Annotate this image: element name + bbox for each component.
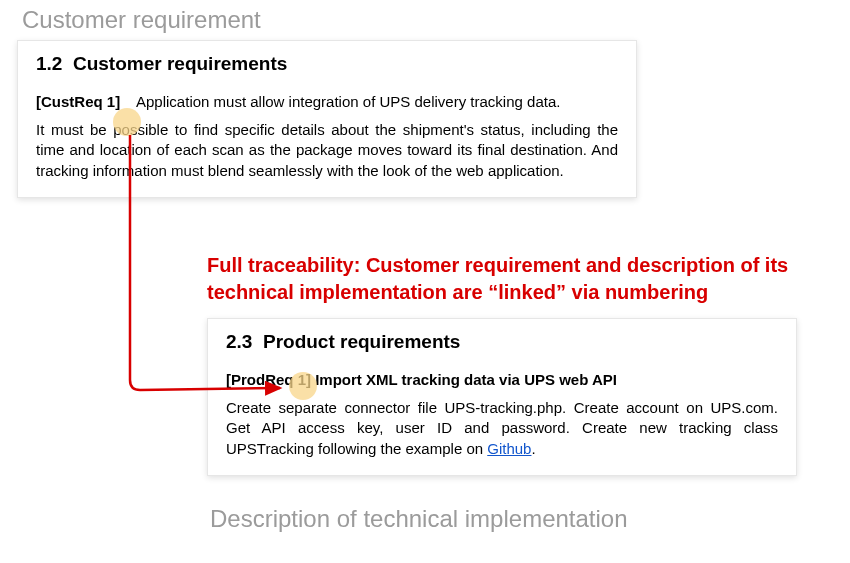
product-req-heading: 2.3 Product requirements [226,331,778,353]
customer-req-text: Application must allow integration of UP… [136,93,560,110]
caption-technical-implementation: Description of technical implementation [210,505,628,533]
product-req-title: Import XML tracking data via UPS web API [315,371,617,388]
caption-customer-requirement: Customer requirement [22,6,261,34]
traceability-callout: Full traceability: Customer requirement … [207,252,827,306]
product-requirement-card: 2.3 Product requirements [ProdReq 1] Imp… [207,318,797,476]
product-req-body-after: . [531,440,535,457]
customer-req-line: [CustReq 1] Application must allow integ… [36,93,618,110]
product-req-line: [ProdReq 1] Import XML tracking data via… [226,371,778,388]
customer-req-heading: 1.2 Customer requirements [36,53,618,75]
github-link[interactable]: Github [487,440,531,457]
customer-requirement-card: 1.2 Customer requirements [CustReq 1] Ap… [17,40,637,198]
product-req-label: [ProdReq 1] [226,371,315,388]
customer-req-label: [CustReq 1] [36,93,120,110]
product-req-body: Create separate connector file UPS-track… [226,398,778,459]
customer-req-body: It must be possible to find specific det… [36,120,618,181]
